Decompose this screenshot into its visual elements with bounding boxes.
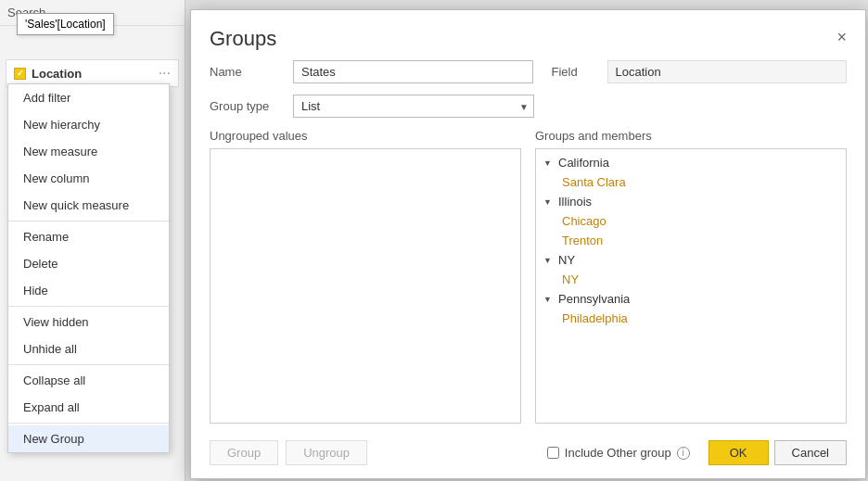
group-illinois[interactable]: ▼ Illinois	[536, 192, 846, 211]
group-item-ny[interactable]: NY	[536, 270, 846, 289]
grouped-list[interactable]: ▼ California Santa Clara ▼ Illinois Chic…	[535, 148, 847, 424]
ungrouped-header: Ungrouped values	[210, 129, 521, 143]
grouped-header: Groups and members	[535, 129, 847, 143]
group-type-label: Group type	[210, 99, 274, 113]
group-item-trenton[interactable]: Trenton	[536, 231, 846, 250]
context-menu: Add filter New hierarchy New measure New…	[7, 83, 170, 453]
group-pennsylvania[interactable]: ▼ Pennsylvania	[536, 289, 846, 309]
modal-footer: Group Ungroup Include Other group i OK C…	[191, 433, 865, 478]
group-item-santa-clara-label: Santa Clara	[562, 175, 626, 189]
group-california-label: California	[558, 156, 609, 170]
menu-item-add-filter[interactable]: Add filter	[8, 84, 169, 111]
group-type-select[interactable]: List Bin	[293, 95, 534, 118]
menu-item-collapse-all[interactable]: Collapse all	[8, 367, 169, 394]
triangle-pennsylvania: ▼	[543, 295, 555, 304]
ok-button[interactable]: OK	[708, 440, 769, 465]
triangle-california: ▼	[543, 158, 555, 168]
close-button[interactable]: ×	[836, 29, 847, 45]
field-options-dots[interactable]: ···	[159, 65, 171, 82]
group-type-row: Group type List Bin ▼	[210, 95, 847, 118]
footer-right: Include Other group i OK Cancel	[547, 440, 847, 465]
group-type-select-wrap: List Bin ▼	[293, 95, 534, 118]
cancel-button[interactable]: Cancel	[774, 440, 847, 465]
modal-title: Groups	[210, 27, 276, 51]
group-item-trenton-label: Trenton	[562, 234, 603, 247]
group-item-philadelphia[interactable]: Philadelphia	[536, 309, 846, 328]
sidebar: Search 'Sales'[Location] Location ··· Ad…	[0, 0, 185, 481]
group-item-ny-label: NY	[562, 272, 579, 286]
footer-left: Group Ungroup	[210, 440, 367, 465]
menu-item-new-column[interactable]: New column	[8, 165, 169, 192]
group-item-santa-clara[interactable]: Santa Clara	[536, 172, 846, 192]
menu-item-hide[interactable]: Hide	[8, 277, 169, 304]
groups-modal: Groups × Name Field Location Group type …	[190, 9, 866, 479]
tooltip-text: 'Sales'[Location]	[25, 18, 106, 31]
field-label-modal: Field	[552, 65, 589, 79]
group-item-chicago-label: Chicago	[562, 214, 606, 228]
group-ny-label: NY	[558, 253, 575, 267]
group-button[interactable]: Group	[210, 440, 278, 465]
name-field-row: Name Field Location	[210, 60, 847, 83]
group-ny[interactable]: ▼ NY	[536, 250, 846, 270]
triangle-ny: ▼	[543, 256, 555, 265]
field-label: Location	[32, 67, 153, 81]
columns-area: Ungrouped values Groups and members ▼ Ca…	[210, 129, 847, 424]
menu-item-expand-all[interactable]: Expand all	[8, 394, 169, 421]
menu-item-new-group[interactable]: New Group	[8, 425, 169, 452]
menu-item-unhide-all[interactable]: Unhide all	[8, 335, 169, 362]
modal-body: Name Field Location Group type List Bin …	[191, 60, 865, 433]
info-icon[interactable]: i	[677, 447, 690, 460]
menu-item-view-hidden[interactable]: View hidden	[8, 309, 169, 335]
ungrouped-panel: Ungrouped values	[210, 129, 521, 424]
group-pennsylvania-label: Pennsylvania	[558, 292, 630, 306]
triangle-illinois: ▼	[543, 197, 555, 207]
group-california[interactable]: ▼ California	[536, 153, 846, 172]
sales-location-tooltip: 'Sales'[Location]	[17, 13, 114, 35]
name-label: Name	[210, 65, 274, 79]
menu-item-rename[interactable]: Rename	[8, 223, 169, 250]
include-other-label: Include Other group	[565, 446, 671, 460]
footer-buttons: OK Cancel	[708, 440, 847, 465]
group-illinois-label: Illinois	[558, 195, 592, 209]
grouped-panel: Groups and members ▼ California Santa Cl…	[535, 129, 847, 424]
ungroup-button[interactable]: Ungroup	[286, 440, 367, 465]
menu-item-new-hierarchy[interactable]: New hierarchy	[8, 111, 169, 138]
field-value: Location	[607, 60, 848, 83]
modal-header: Groups ×	[191, 10, 865, 60]
group-item-philadelphia-label: Philadelphia	[562, 311, 628, 325]
include-other-wrap: Include Other group i	[547, 446, 690, 460]
field-checkbox[interactable]	[14, 68, 26, 80]
menu-item-delete[interactable]: Delete	[8, 250, 169, 277]
include-other-checkbox[interactable]	[547, 447, 559, 459]
name-input[interactable]	[293, 60, 533, 83]
ungrouped-list[interactable]	[210, 148, 521, 424]
menu-item-new-measure[interactable]: New measure	[8, 138, 169, 165]
menu-item-new-quick-measure[interactable]: New quick measure	[8, 192, 169, 219]
group-item-chicago[interactable]: Chicago	[536, 211, 846, 231]
